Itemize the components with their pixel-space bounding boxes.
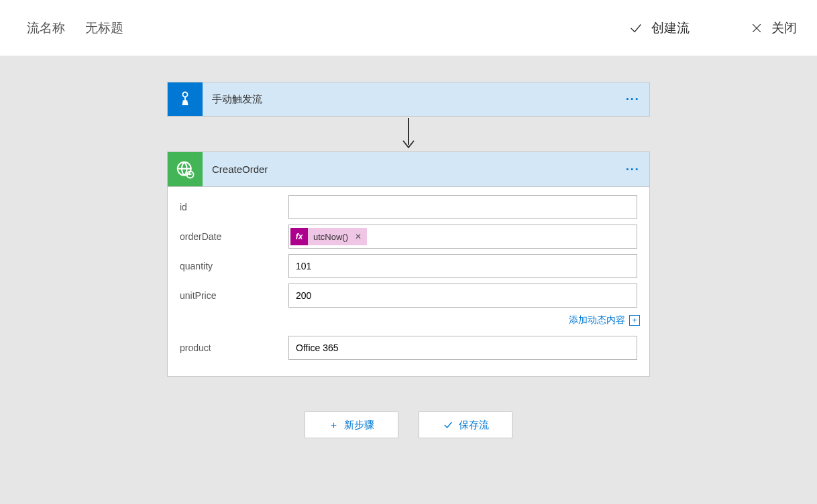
canvas: 手动触发流 ··· CreateOrder ··· id [0,56,817,504]
field-row-product: product [180,334,637,361]
create-flow-button[interactable]: 创建流 [629,19,690,37]
id-input[interactable] [288,195,637,219]
dynamic-content-row: 添加动态内容 + [180,312,640,334]
field-label-quantity: quantity [180,261,288,271]
orderdate-input[interactable]: fx utcNow() ✕ [288,225,637,249]
save-flow-label: 保存流 [459,419,489,432]
dynamic-content-label: 添加动态内容 [569,314,625,326]
touch-icon [168,82,203,116]
trigger-menu-button[interactable]: ··· [616,82,649,116]
connector-arrow [400,118,417,150]
product-input[interactable] [288,336,637,360]
create-flow-label: 创建流 [651,19,690,37]
fx-icon: fx [290,228,308,245]
check-icon-small [443,420,453,430]
action-title: CreateOrder [203,152,616,186]
token-remove-button[interactable]: ✕ [353,232,367,241]
quantity-input[interactable] [288,254,637,278]
action-body: id orderDate fx utcNow() ✕ [168,187,649,376]
field-label-unitprice: unitPrice [180,290,288,301]
bottom-buttons: ＋ 新步骤 保存流 [305,412,512,438]
add-dynamic-content-link[interactable]: 添加动态内容 + [569,314,640,326]
top-bar-right: 创建流 关闭 [629,19,797,37]
field-row-quantity: quantity [180,253,637,279]
flow-name-label: 流名称 [27,19,65,37]
top-bar-left: 流名称 无标题 [27,19,123,37]
action-card: CreateOrder ··· id orderDate fx utcNow() [167,151,650,377]
plus-box-icon: + [629,315,640,326]
field-row-unitprice: unitPrice [180,282,637,309]
new-step-label: 新步骤 [344,419,374,432]
field-label-id: id [180,202,288,212]
close-button[interactable]: 关闭 [750,19,797,37]
field-row-id: id [180,194,637,220]
action-header[interactable]: CreateOrder ··· [168,152,649,187]
save-flow-button[interactable]: 保存流 [419,412,512,438]
trigger-card[interactable]: 手动触发流 ··· [167,82,650,117]
flow-title[interactable]: 无标题 [85,19,123,37]
plus-icon: ＋ [329,419,339,432]
top-bar: 流名称 无标题 创建流 关闭 [0,0,817,56]
trigger-title: 手动触发流 [203,82,616,116]
field-label-product: product [180,342,288,353]
close-icon [750,21,763,35]
close-label: 关闭 [771,19,797,37]
field-label-orderdate: orderDate [180,231,288,242]
new-step-button[interactable]: ＋ 新步骤 [305,412,398,438]
svg-point-2 [183,92,188,97]
unitprice-input[interactable] [288,284,637,308]
field-row-orderdate: orderDate fx utcNow() ✕ [180,223,637,250]
token-text: utcNow() [308,232,353,242]
expression-token[interactable]: fx utcNow() ✕ [290,228,367,245]
globe-icon [168,152,203,186]
action-menu-button[interactable]: ··· [616,152,649,186]
check-icon [629,21,643,36]
